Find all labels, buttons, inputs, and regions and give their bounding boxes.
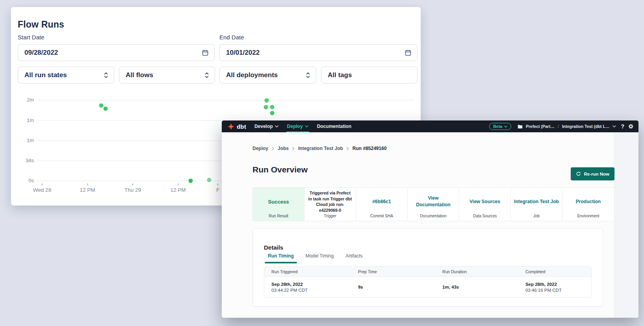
breadcrumb: Deploy Jobs Integration Test Job Run #85… (252, 146, 387, 151)
dbt-logo[interactable]: dbt (222, 123, 250, 130)
summary-card-label: Environment (562, 214, 614, 218)
account-selector[interactable]: Prefect (Part… (526, 124, 555, 129)
flow-run-point[interactable] (207, 178, 212, 182)
cell-run-triggered: Sep 28th, 2022 03:44:22 PM CDT (264, 282, 351, 293)
x-axis-tick-label: Thu 29 (124, 187, 141, 193)
cell-completed: Sep 28th, 2022 03:46:16 PM CDT (518, 282, 591, 293)
summary-card: Success Run Result (253, 188, 304, 221)
start-date-input[interactable]: 09/28/2022 (18, 44, 215, 61)
nav-menu-item[interactable]: Documentation (313, 120, 356, 132)
table-row: Sep 28th, 2022 03:44:22 PM CDT 9s 1m, 43… (264, 277, 591, 297)
summary-card-label: Job (511, 214, 562, 218)
summary-card-label: Commit SHA (356, 214, 407, 218)
x-axis-tick: 12 PM (170, 180, 186, 193)
select-chevrons-icon (306, 72, 310, 78)
details-title: Details (264, 244, 283, 251)
deployments-value: All deployments (226, 71, 306, 79)
flow-run-point[interactable] (270, 111, 275, 115)
nav-menu-item-label: Documentation (317, 124, 351, 129)
tick-mark (178, 183, 178, 185)
gear-icon[interactable] (628, 124, 634, 129)
rerun-now-button[interactable]: Re-run Now (571, 167, 614, 180)
flows-value: All flows (126, 71, 204, 79)
details-tab[interactable]: Artifacts (345, 253, 362, 263)
dbt-brand-text: dbt (237, 123, 246, 130)
chevron-down-icon[interactable] (612, 125, 616, 128)
summary-card: View Sources Data Sources (459, 188, 511, 221)
tick-mark (42, 183, 43, 185)
summary-card: Integration Test Job Job (511, 188, 562, 221)
summary-card-value[interactable]: Production (576, 198, 601, 205)
summary-card-value[interactable]: Success (268, 199, 289, 205)
deployments-select[interactable]: All deployments (219, 67, 316, 83)
summary-card-label: Trigger (304, 214, 356, 218)
tick-mark (132, 183, 133, 185)
folder-icon (518, 124, 523, 129)
run-timing-table: Run Triggered Prep Time Run Duration Com… (264, 266, 592, 298)
breadcrumb-item[interactable]: Deploy (252, 146, 268, 151)
x-axis-tick-label: Wed 28 (33, 187, 51, 193)
flow-run-point[interactable] (104, 107, 108, 111)
beta-dropdown[interactable]: Beta (489, 123, 511, 130)
breadcrumb-item-label: Deploy (252, 146, 268, 151)
calendar-icon (202, 49, 209, 56)
chevron-right-icon (347, 147, 349, 150)
x-axis-tick: Wed 28 (33, 180, 51, 193)
cell-prep-time: 9s (351, 285, 435, 289)
x-axis-tick: F (216, 180, 219, 193)
tick-mark (217, 183, 218, 185)
summary-card-value[interactable]: Integration Test Job (514, 198, 559, 205)
nav-menu-item[interactable]: Deploy (283, 120, 313, 132)
summary-card-value[interactable]: View Sources (470, 198, 500, 205)
calendar-icon (405, 49, 412, 56)
dbt-logo-icon (227, 123, 235, 130)
breadcrumb-item[interactable]: Jobs (272, 146, 289, 151)
run-summary-cards: Success Run Result Triggered via Prefect… (252, 187, 614, 221)
flow-run-point[interactable] (99, 104, 104, 108)
tags-combobox[interactable]: All tags (321, 67, 418, 83)
y-axis-tick-label: 1m (11, 137, 34, 143)
run-states-select[interactable]: All run states (18, 67, 114, 83)
details-tab[interactable]: Model Timing (306, 253, 334, 263)
x-axis-tick: 12 PM (80, 180, 95, 193)
summary-card-value[interactable]: Triggered via Prefect in task run Trigge… (308, 190, 353, 213)
cell-run-duration: 1m, 43s (435, 285, 518, 289)
nav-menu-item-label: Deploy (287, 124, 303, 129)
y-axis-tick-label: 34s (11, 157, 34, 163)
chevron-right-icon (292, 147, 295, 150)
dbt-top-navbar: dbt Develop Deploy Documentation Beta P (222, 120, 638, 132)
run-states-value: All run states (24, 71, 104, 79)
nav-menu-item-label: Develop (254, 124, 273, 129)
project-selector[interactable]: Integration Test (dbt L… (562, 124, 610, 129)
chevron-down-icon (275, 125, 278, 128)
x-axis-tick-label: 12 PM (170, 187, 186, 193)
nav-menu-item[interactable]: Develop (250, 120, 283, 132)
flow-run-point[interactable] (189, 179, 193, 183)
details-tab[interactable]: Run Timing (268, 253, 294, 263)
details-card: Details Run TimingModel TimingArtifacts … (252, 228, 603, 306)
flows-select[interactable]: All flows (119, 67, 215, 83)
col-header-completed: Completed (518, 267, 591, 276)
summary-card-label: Run Result (253, 214, 304, 218)
summary-card-value[interactable]: #6b86c1 (372, 198, 391, 205)
start-date-value: 09/28/2022 (24, 49, 202, 57)
flow-run-point[interactable] (264, 105, 268, 109)
breadcrumb-item[interactable]: Run #85249160 (347, 146, 387, 151)
flow-run-point[interactable] (265, 98, 269, 103)
flow-run-point[interactable] (270, 105, 275, 109)
help-button[interactable]: ? (621, 123, 624, 130)
beta-label: Beta (493, 124, 502, 129)
path-separator: / (558, 124, 559, 129)
run-overview-title: Run Overview (252, 165, 308, 174)
y-axis-tick-label: 2m (11, 97, 34, 103)
breadcrumb-item-label: Integration Test Job (298, 146, 343, 151)
col-header-run-triggered: Run Triggered (264, 267, 351, 276)
breadcrumb-item-label: Jobs (278, 146, 289, 151)
dbt-cloud-window: dbt Develop Deploy Documentation Beta P (222, 120, 638, 318)
start-date-label: Start Date (18, 34, 45, 41)
end-date-input[interactable]: 10/01/2022 (219, 44, 418, 61)
summary-card-value[interactable]: View Documentation (411, 195, 456, 209)
chevron-right-icon (272, 147, 274, 150)
breadcrumb-item[interactable]: Integration Test Job (292, 146, 343, 151)
refresh-icon (576, 171, 581, 176)
